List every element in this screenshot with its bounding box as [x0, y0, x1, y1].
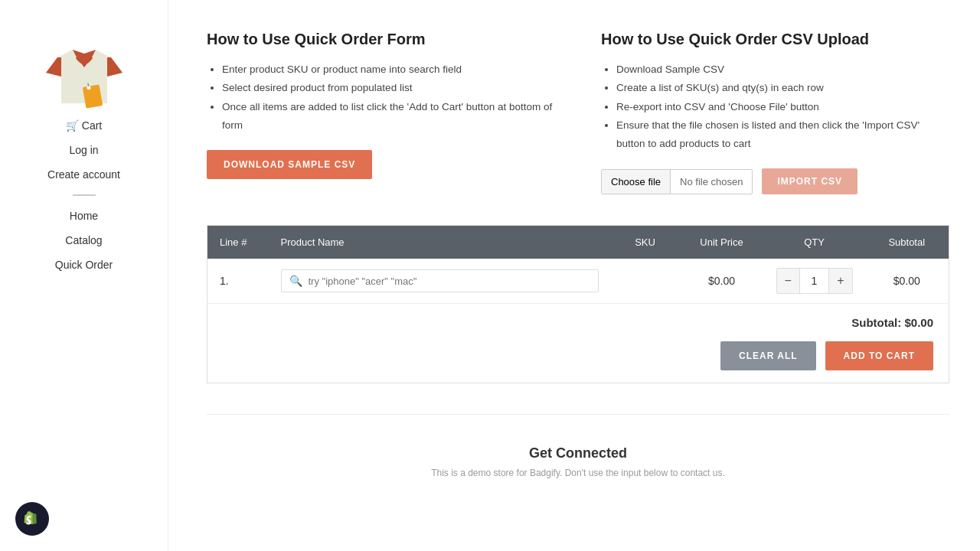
col-product-name: Product Name: [269, 226, 611, 259]
search-input-wrap: 🔍: [281, 269, 599, 292]
clear-all-button[interactable]: CLEAR ALL: [720, 341, 816, 370]
csv-step-3: Re-export into CSV and 'Choose File' but…: [616, 98, 949, 116]
store-logo: [42, 31, 126, 115]
order-table-body: 1. 🔍 $0.00 − 1: [207, 259, 949, 304]
csv-step-4: Ensure that the file chosen is listed an…: [616, 116, 949, 154]
cell-unit-price: $0.00: [680, 259, 764, 304]
quick-order-form-title: How to Use Quick Order Form: [207, 31, 555, 48]
sidebar-divider: [73, 194, 96, 196]
sidebar-navigation: 🛒Cart Log in Create account Home Catalog…: [15, 115, 152, 276]
cell-subtotal: $0.00: [865, 259, 949, 304]
csv-upload-steps: Download Sample CSV Create a list of SKU…: [601, 60, 949, 153]
col-sku: SKU: [611, 226, 680, 259]
download-sample-csv-button[interactable]: DOWNLOAD SAMPLE CSV: [207, 150, 372, 179]
table-row: 1. 🔍 $0.00 − 1: [207, 259, 949, 304]
step-1: Enter product SKU or product name into s…: [222, 60, 555, 79]
step-3: Once all items are added to list click t…: [222, 98, 555, 135]
sidebar-item-create-account[interactable]: Create account: [15, 164, 152, 185]
order-table-container: Line # Product Name SKU Unit Price QTY S…: [207, 225, 949, 383]
sidebar-item-quick-order[interactable]: Quick Order: [15, 254, 152, 276]
svg-marker-1: [46, 57, 61, 77]
no-file-text: No file chosen: [671, 170, 752, 194]
csv-upload-controls: Choose file No file chosen IMPORT CSV: [601, 168, 949, 194]
csv-step-2: Create a list of SKU(s) and qty(s) in ea…: [616, 79, 949, 97]
cell-product-name: 🔍: [269, 259, 611, 304]
sidebar: 🛒Cart Log in Create account Home Catalog…: [0, 0, 168, 551]
svg-marker-2: [107, 57, 122, 77]
subtotal-value: $0.00: [904, 316, 933, 329]
order-table-head: Line # Product Name SKU Unit Price QTY S…: [207, 226, 949, 259]
sidebar-item-home[interactable]: Home: [15, 205, 152, 227]
footer-description: This is a demo store for Badgify. Don't …: [237, 468, 919, 478]
col-unit-price: Unit Price: [680, 226, 764, 259]
csv-step-1: Download Sample CSV: [616, 60, 949, 79]
cell-sku: [611, 259, 680, 304]
sidebar-item-cart[interactable]: 🛒Cart: [15, 115, 152, 136]
search-icon: 🔍: [289, 275, 302, 287]
csv-upload-title: How to Use Quick Order CSV Upload: [601, 31, 949, 48]
action-row: CLEAR ALL ADD TO CART: [223, 341, 933, 370]
file-input-wrapper: Choose file No file chosen: [601, 169, 753, 194]
col-subtotal: Subtotal: [865, 226, 949, 259]
qty-control: − 1 +: [776, 268, 853, 294]
main-content: How to Use Quick Order Form Enter produc…: [168, 0, 980, 551]
col-line: Line #: [207, 226, 269, 259]
cell-line: 1.: [207, 259, 269, 304]
csv-upload-instructions: How to Use Quick Order CSV Upload Downlo…: [601, 31, 949, 194]
cell-qty: − 1 +: [764, 259, 865, 304]
table-footer: Subtotal: $0.00 CLEAR ALL ADD TO CART: [207, 304, 949, 383]
subtotal-row: Subtotal: $0.00: [223, 316, 933, 329]
qty-decrease-button[interactable]: −: [777, 269, 799, 293]
col-qty: QTY: [764, 226, 865, 259]
order-table: Line # Product Name SKU Unit Price QTY S…: [207, 225, 949, 304]
cart-icon: 🛒: [66, 119, 79, 132]
svg-line-6: [87, 83, 88, 86]
product-search-input[interactable]: [309, 276, 590, 287]
page-footer: Get Connected This is a demo store for B…: [207, 414, 949, 509]
import-csv-button[interactable]: IMPORT CSV: [762, 168, 858, 194]
choose-file-button[interactable]: Choose file: [602, 170, 671, 194]
shopify-badge[interactable]: [15, 502, 49, 536]
quick-order-form-steps: Enter product SKU or product name into s…: [207, 60, 555, 135]
sidebar-item-login[interactable]: Log in: [15, 139, 152, 161]
sidebar-item-catalog[interactable]: Catalog: [15, 230, 152, 251]
qty-increase-button[interactable]: +: [829, 269, 851, 293]
step-2: Select desired product from populated li…: [222, 79, 555, 97]
add-to-cart-button[interactable]: ADD TO CART: [825, 341, 933, 370]
instructions-row: How to Use Quick Order Form Enter produc…: [207, 31, 949, 194]
subtotal-label: Subtotal:: [851, 316, 901, 329]
qty-value: 1: [799, 269, 829, 293]
footer-title: Get Connected: [237, 445, 919, 461]
table-header-row: Line # Product Name SKU Unit Price QTY S…: [207, 226, 949, 259]
quick-order-form-instructions: How to Use Quick Order Form Enter produc…: [207, 31, 555, 194]
